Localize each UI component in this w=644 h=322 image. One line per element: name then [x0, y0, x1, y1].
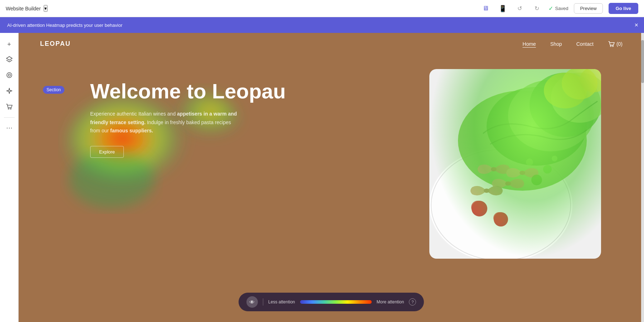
layers-icon — [6, 56, 13, 65]
site-logo: LEOPAU — [40, 40, 71, 48]
canvas-area[interactable]: LEOPAU Home Shop Contact (0) — [19, 33, 644, 322]
saved-check-icon: ✓ — [548, 5, 553, 12]
cart-count: (0) — [616, 41, 623, 47]
eye-icon: 👁 — [249, 299, 255, 305]
redo-btn[interactable]: ↻ — [531, 3, 543, 14]
toolbar-title: Website Builder — [6, 6, 41, 11]
saved-label: Saved — [555, 6, 569, 11]
toolbar-chevron-btn[interactable]: ▾ — [44, 5, 48, 12]
chevron-down-icon: ▾ — [44, 6, 47, 11]
svg-point-1 — [8, 74, 10, 76]
svg-point-3 — [10, 108, 11, 109]
legend-bar: 👁 Less attention More attention ? — [239, 293, 424, 311]
sidebar-shapes-btn[interactable] — [2, 69, 16, 83]
main-layout: + — [0, 33, 644, 322]
info-icon[interactable]: ? — [409, 298, 416, 306]
preview-btn[interactable]: Preview — [574, 3, 602, 14]
site-header: LEOPAU Home Shop Contact (0) — [19, 33, 644, 55]
mobile-icon: 📱 — [499, 5, 507, 13]
cart-icon[interactable]: (0) — [608, 40, 623, 48]
sidebar-add-btn[interactable]: + — [2, 37, 16, 52]
hero-left: Welcome to Leopau Experience authentic I… — [90, 69, 408, 158]
desktop-icon: 🖥 — [482, 5, 489, 12]
hero-section: Welcome to Leopau Experience authentic I… — [19, 55, 644, 273]
golive-btn[interactable]: Go live — [609, 3, 638, 14]
legend-gradient-bar — [300, 300, 372, 304]
food-heatmap-overlay — [429, 69, 601, 259]
svg-point-2 — [8, 108, 9, 109]
shopping-cart-icon — [6, 103, 13, 112]
close-icon: × — [634, 21, 638, 29]
svg-point-5 — [612, 45, 613, 47]
redo-icon: ↻ — [535, 5, 539, 12]
sidebar-more-btn[interactable]: ⋯ — [2, 121, 16, 135]
sidebar-divider — [4, 117, 15, 118]
legend-less-attention: Less attention — [268, 299, 295, 304]
left-sidebar: + — [0, 33, 19, 322]
sidebar-layers-btn[interactable] — [2, 53, 16, 67]
hero-title: Welcome to Leopau — [90, 80, 408, 103]
food-image-container — [429, 69, 601, 259]
sidebar-shop-btn[interactable] — [2, 100, 16, 114]
add-icon: + — [7, 41, 11, 48]
section-label[interactable]: Section — [43, 86, 64, 94]
website-canvas: LEOPAU Home Shop Contact (0) — [19, 33, 644, 322]
toolbar: Website Builder ▾ 🖥 📱 ↺ ↻ ✓ Saved Previe… — [0, 0, 644, 17]
toolbar-left: Website Builder ▾ — [6, 5, 48, 12]
svg-point-0 — [7, 73, 12, 78]
hero-right — [429, 69, 601, 259]
undo-btn[interactable]: ↺ — [514, 3, 526, 14]
announcement-bar: AI-driven attention Heatmap predicts you… — [0, 17, 644, 33]
eye-toggle-btn[interactable]: 👁 — [247, 296, 258, 308]
more-dots-icon: ⋯ — [6, 124, 13, 132]
hero-description: Experience authentic Italian wines and a… — [90, 110, 240, 135]
toolbar-right: 🖥 📱 ↺ ↻ ✓ Saved Preview Go live — [480, 3, 638, 14]
announcement-text: AI-driven attention Heatmap predicts you… — [7, 23, 122, 28]
nav-shop[interactable]: Shop — [550, 41, 562, 47]
undo-icon: ↺ — [517, 5, 522, 12]
mobile-view-btn[interactable]: 📱 — [497, 3, 508, 14]
site-nav: Home Shop Contact (0) — [523, 40, 623, 48]
saved-indicator: ✓ Saved — [548, 5, 569, 12]
sidebar-ai-btn[interactable] — [2, 84, 16, 99]
svg-point-4 — [610, 45, 611, 47]
desktop-view-btn[interactable]: 🖥 — [480, 3, 491, 14]
right-scrollbar[interactable] — [641, 33, 644, 322]
explore-btn[interactable]: Explore — [90, 146, 124, 158]
nav-home[interactable]: Home — [523, 41, 536, 47]
shapes-icon — [6, 72, 13, 80]
ai-sparkle-icon — [6, 87, 13, 96]
nav-contact[interactable]: Contact — [576, 41, 594, 47]
legend-more-attention: More attention — [377, 299, 404, 304]
legend-divider — [263, 298, 263, 306]
announcement-close-btn[interactable]: × — [634, 21, 638, 29]
